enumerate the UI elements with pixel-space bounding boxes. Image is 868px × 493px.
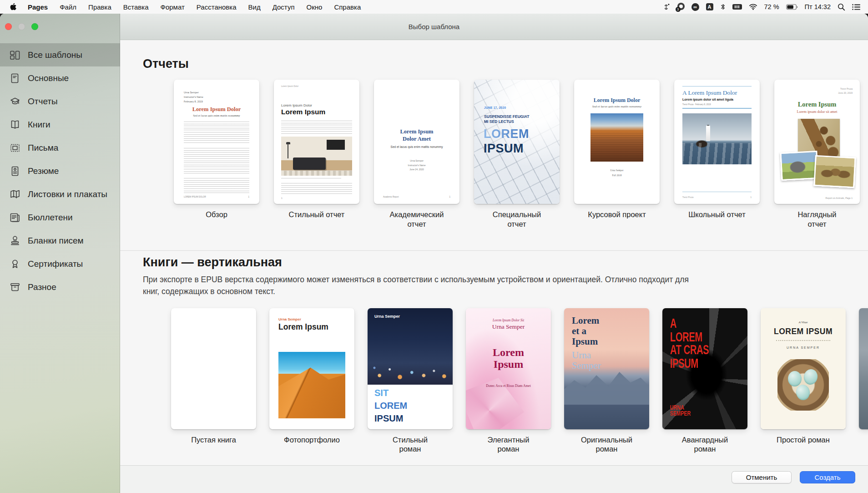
- template-gallery: Отчеты Urna SemperInstructor's NameFebru…: [120, 41, 868, 465]
- menubar: Pages Файл Правка Вставка Формат Расстан…: [0, 0, 868, 14]
- template-card-simple-novel[interactable]: A Vitae LOREM IPSUM URNA SEMPER Простой …: [761, 308, 846, 445]
- template-card-photo-portfolio[interactable]: Urna Semper Lorem Ipsum Фотопортфолио: [269, 308, 354, 445]
- template-thumbnail: JUNE 17, 2020 SUSPENDISSE FEUGIATMI SED …: [474, 80, 560, 204]
- menu-window[interactable]: Окно: [301, 3, 328, 11]
- apple-icon: [10, 3, 16, 11]
- template-card-stylish-novel[interactable]: Urna Semper SIT LOREM IPSUM Стильный ром…: [368, 308, 453, 454]
- template-name: Фотопортфолио: [283, 435, 341, 445]
- template-card-elegant-novel[interactable]: Lorem Ipsum Dolor Sit Urna Semper LoremI…: [466, 308, 551, 454]
- misty-forest-photo: [859, 308, 868, 429]
- battery-percent: 72 %: [764, 3, 779, 10]
- sidebar-nav: Все шаблоны Основные Отчеты Книги Письма…: [0, 43, 120, 299]
- sidebar-item-miscellaneous[interactable]: Разное: [0, 275, 120, 299]
- template-thumbnail: Lorem Ipsum Dolor Sed et lacus quis mim …: [574, 80, 660, 204]
- sidebar-item-label: Письма: [28, 143, 58, 153]
- template-card-academic-report[interactable]: Lorem IpsumDolor Amet Sed et lacus quis …: [374, 80, 459, 229]
- template-card-blank-book[interactable]: Пустая книга: [171, 308, 256, 445]
- lighthouse-photo: [682, 113, 752, 164]
- creative-cloud-icon[interactable]: ∞: [691, 3, 699, 11]
- dialog-footer: Отменить Создать: [120, 465, 868, 493]
- living-room-photo: [281, 137, 352, 176]
- section-reports: Отчеты Urna SemperInstructor's NameFebru…: [120, 41, 868, 250]
- minimize-window-button[interactable]: [18, 23, 25, 30]
- template-thumbnail: [859, 308, 868, 429]
- template-thumbnail: Lorem Ipsum Dolor Sit Urna Semper LoremI…: [466, 308, 551, 429]
- document-icon: [9, 72, 21, 84]
- keyboard-battery-icon[interactable]: [732, 4, 742, 10]
- template-card-avant-garde-novel[interactable]: ALOREMAT CRASIPSUM URNASEMPER Авангардны…: [662, 308, 747, 454]
- open-book-icon: [9, 119, 21, 131]
- sidebar-item-certificates[interactable]: Сертификаты: [0, 252, 120, 275]
- menu-share[interactable]: Доступ: [267, 3, 301, 11]
- sidebar-item-reports[interactable]: Отчеты: [0, 90, 120, 113]
- template-card-visual-report[interactable]: Trenz PrucaJune 20, 2019 Lorem Ipsum Lor…: [774, 80, 860, 229]
- template-card-school-report[interactable]: A Lorem Ipsum Dolor Lorem ipsum dolor si…: [674, 80, 760, 219]
- template-name: Наглядный отчет: [788, 210, 846, 229]
- create-button[interactable]: Создать: [800, 471, 855, 483]
- menu-file[interactable]: Файл: [54, 3, 82, 11]
- sidebar-item-resumes[interactable]: Резюме: [0, 159, 120, 183]
- template-name: Специальный отчет: [488, 210, 546, 229]
- template-card-stylish-report[interactable]: Lorem Ipsum Dolor Lorem Ipsum Dolor Lore…: [274, 80, 359, 219]
- graduation-cap-icon: [9, 96, 21, 107]
- menu-insert[interactable]: Вставка: [117, 3, 155, 11]
- menu-view[interactable]: Вид: [242, 3, 267, 11]
- close-window-button[interactable]: [5, 23, 12, 30]
- sidebar-item-label: Бланки писем: [28, 236, 84, 246]
- shortcut-app-icon[interactable]: [664, 4, 670, 10]
- sidebar-item-all-templates[interactable]: Все шаблоны: [0, 43, 120, 66]
- menu-app-name[interactable]: Pages: [22, 3, 54, 11]
- template-thumbnail: Urna Semper SIT LOREM IPSUM: [368, 308, 453, 429]
- zoom-window-button[interactable]: [31, 23, 38, 30]
- menu-help[interactable]: Справка: [328, 3, 367, 11]
- menubar-clock[interactable]: Пт 14:32: [805, 3, 831, 10]
- desert-dunes-photo: [278, 352, 345, 418]
- battery-icon[interactable]: [786, 4, 798, 10]
- menu-edit[interactable]: Правка: [82, 3, 117, 11]
- menu-format[interactable]: Формат: [155, 3, 191, 11]
- cancel-button[interactable]: Отменить: [732, 471, 792, 483]
- template-name: Академический отчет: [388, 210, 446, 229]
- sidebar-item-newsletters[interactable]: Бюллетени: [0, 206, 120, 229]
- template-card-original-novel[interactable]: Loremet aIpsum UrnaSemper Оригинальный р…: [564, 308, 649, 454]
- newsletter-icon: [9, 212, 21, 224]
- template-thumbnail: Lorem IpsumDolor Amet Sed et lacus quis …: [374, 80, 459, 204]
- bluetooth-icon[interactable]: [720, 3, 726, 10]
- sidebar-item-label: Сертификаты: [28, 259, 83, 269]
- postage-stamp-icon: [9, 142, 21, 154]
- sidebar-item-label: Отчеты: [28, 97, 58, 107]
- notification-center-icon[interactable]: [852, 4, 861, 10]
- archive-box-icon: [9, 281, 21, 293]
- sidebar-item-label: Листовки и плакаты: [28, 189, 107, 199]
- template-thumbnail: Urna Semper Lorem Ipsum: [269, 308, 354, 429]
- titlebar: Выбор шаблона: [120, 14, 868, 40]
- resume-card-icon: [9, 165, 21, 177]
- bird-nest-photo: [777, 359, 829, 411]
- template-thumbnail: Loremet aIpsum UrnaSemper: [564, 308, 649, 429]
- elephant-photo: [780, 151, 818, 181]
- apple-menu[interactable]: [7, 3, 22, 11]
- spotlight-search-icon[interactable]: [838, 3, 845, 11]
- template-card-cut-off[interactable]: С: [859, 308, 868, 445]
- sync-badge-icon[interactable]: 3: [676, 3, 685, 11]
- template-card-special-report[interactable]: JUNE 17, 2020 SUSPENDISSE FEUGIATMI SED …: [474, 80, 560, 229]
- sidebar-item-letters[interactable]: Письма: [0, 136, 120, 159]
- sidebar-item-basic[interactable]: Основные: [0, 66, 120, 90]
- main-area: Выбор шаблона Отчеты Urna SemperInstruct…: [120, 14, 868, 493]
- template-name: Обзор: [187, 210, 246, 219]
- sidebar-item-stationery[interactable]: Бланки писем: [0, 229, 120, 252]
- sidebar-item-books[interactable]: Книги: [0, 113, 120, 136]
- menu-arrange[interactable]: Расстановка: [191, 3, 242, 11]
- template-card-review[interactable]: Urna SemperInstructor's NameFebruary 8, …: [174, 80, 259, 219]
- sidebar-item-flyers-posters[interactable]: Листовки и плакаты: [0, 183, 120, 206]
- section-books-portrait: Книги — вертикальная При экспорте в EPUB…: [120, 251, 868, 454]
- meerkats-photo: [813, 155, 856, 188]
- trifold-brochure-icon: [9, 188, 21, 200]
- input-source-icon[interactable]: A: [706, 3, 713, 10]
- traffic-lights: [5, 23, 38, 30]
- sidebar-item-label: Резюме: [28, 166, 59, 176]
- wifi-icon[interactable]: [749, 4, 757, 10]
- template-card-term-paper[interactable]: Lorem Ipsum Dolor Sed et lacus quis mim …: [574, 80, 660, 219]
- section-title: Книги — вертикальная: [143, 251, 868, 269]
- template-name: Курсовой проект: [588, 210, 646, 219]
